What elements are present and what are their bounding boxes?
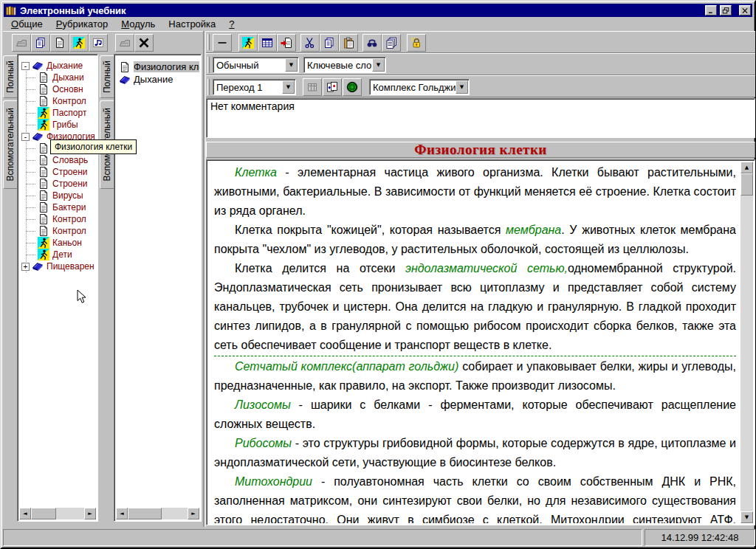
tree-item-label: Грибы xyxy=(52,120,78,130)
article-title: Физиология клетки xyxy=(414,142,547,158)
radar-button[interactable] xyxy=(343,78,362,96)
delete-button[interactable] xyxy=(134,34,154,52)
tree-item[interactable]: Словарь xyxy=(19,154,96,166)
tree-item-label: Контрол xyxy=(52,226,86,236)
tree-item[interactable]: Вирусы xyxy=(19,190,96,201)
status-bar: 14.12.99 12:42:48 xyxy=(3,528,756,548)
tree-item[interactable]: Дыхани xyxy=(19,72,96,83)
module-panel: Полный Вспомогательный Физиология клетк … xyxy=(100,54,202,526)
run-module-button[interactable] xyxy=(238,34,258,52)
tab-polnyi-2[interactable]: Полный xyxy=(100,55,114,98)
paragraph: Клетка покрыта "кожицей", которая называ… xyxy=(214,221,736,259)
tab-polnyi[interactable]: Полный xyxy=(3,55,17,98)
save-button[interactable] xyxy=(115,34,134,52)
tree-item[interactable]: Основн xyxy=(19,83,96,95)
cards-button[interactable] xyxy=(323,78,342,96)
book-icon xyxy=(32,60,44,72)
chevron-down-icon[interactable]: ▼ xyxy=(456,80,468,94)
dash-button[interactable] xyxy=(213,34,232,52)
tree-item[interactable]: Дети xyxy=(19,249,96,260)
tree-item[interactable]: Паспорт xyxy=(19,107,96,119)
tree-item[interactable]: Каньон xyxy=(19,237,96,249)
tree-item[interactable]: Бактери xyxy=(19,201,96,213)
horizontal-scrollbar[interactable]: ◄ ► xyxy=(116,508,199,519)
tree-item[interactable]: Строени xyxy=(19,166,96,178)
media-button[interactable] xyxy=(89,34,108,52)
grid-button[interactable] xyxy=(303,78,322,96)
scroll-left-icon[interactable]: ◄ xyxy=(19,508,31,519)
list-item[interactable]: Физиология клетк xyxy=(116,61,199,73)
scrollbar-thumb[interactable] xyxy=(740,173,753,196)
run-module-button[interactable] xyxy=(69,34,89,52)
chevron-down-icon[interactable]: ▼ xyxy=(372,58,385,72)
menu-modul[interactable]: Модуль xyxy=(114,18,162,31)
comment-box[interactable]: Нет комментария xyxy=(206,98,755,138)
document-icon xyxy=(38,166,49,178)
tree-item[interactable]: Контрол xyxy=(19,225,96,237)
rubricator-tabs: Полный Вспомогательный xyxy=(3,55,17,189)
scroll-up-icon[interactable]: ▲ xyxy=(740,162,753,173)
copy-rubric-button[interactable] xyxy=(31,34,50,52)
document-icon xyxy=(38,95,49,107)
article-text-area[interactable]: Клетка - элементарная частица живого орг… xyxy=(206,159,755,525)
minimize-button[interactable] xyxy=(705,5,717,15)
restore-button[interactable] xyxy=(720,5,732,15)
open-button[interactable] xyxy=(12,34,31,52)
transition-combo[interactable]: Переход 1 ▼ xyxy=(213,79,296,95)
collapse-icon[interactable]: - xyxy=(21,62,30,70)
export-page-button[interactable] xyxy=(277,34,296,52)
cut-button[interactable] xyxy=(300,34,320,52)
scroll-down-icon[interactable]: ▼ xyxy=(740,511,753,523)
lock-button[interactable] xyxy=(407,34,426,52)
paragraph: Митохондрии - полуавтономная часть клетк… xyxy=(214,472,736,523)
document-icon xyxy=(38,83,49,95)
tree-item[interactable]: Контрол xyxy=(19,213,96,225)
search-button[interactable] xyxy=(362,34,382,52)
new-document-button[interactable] xyxy=(50,34,69,52)
chevron-down-icon[interactable]: ▼ xyxy=(282,80,295,94)
tree-item-label: Словарь xyxy=(52,155,88,165)
book-icon xyxy=(119,74,131,86)
document-icon xyxy=(38,225,49,237)
tree-item[interactable]: Грибы xyxy=(19,119,96,131)
scroll-left-icon[interactable]: ◄ xyxy=(116,508,128,519)
title-bar[interactable]: Электронный учебник xyxy=(4,4,752,17)
menu-obshchie[interactable]: Общие xyxy=(4,18,49,31)
copy-icon xyxy=(323,37,335,49)
toolbar-grip[interactable] xyxy=(207,79,210,95)
collapse-icon[interactable]: - xyxy=(21,133,30,141)
menu-rubrikator[interactable]: Рубрикатор xyxy=(49,18,114,31)
vertical-scrollbar[interactable]: ▲ ▼ xyxy=(740,162,753,523)
tree-item[interactable]: +Пищеварен xyxy=(19,260,96,272)
tree-item[interactable]: Контрол xyxy=(19,95,96,107)
copy-button[interactable] xyxy=(320,34,339,52)
section-divider xyxy=(214,356,736,356)
scrollbar-thumb[interactable] xyxy=(128,508,162,519)
scrollbar-thumb[interactable] xyxy=(31,508,56,519)
style-combo[interactable]: Обычный ▼ xyxy=(213,57,299,73)
close-button[interactable] xyxy=(739,5,751,15)
tree-item[interactable]: Строени xyxy=(19,178,96,190)
menu-help[interactable]: ? xyxy=(222,18,241,31)
menu-nastroyka[interactable]: Настройка xyxy=(162,18,222,31)
keyword-combo[interactable]: Комплекс Гольджи ▼ xyxy=(369,79,470,95)
list-item[interactable]: Дыхание xyxy=(116,73,199,86)
close-icon xyxy=(740,7,749,15)
table-button[interactable] xyxy=(258,34,277,52)
paste-button[interactable] xyxy=(339,34,358,52)
horizontal-scrollbar[interactable]: ◄ ► xyxy=(19,508,96,519)
tree-item[interactable]: -Дыхание xyxy=(19,60,96,72)
tab-vspomogatelnyi[interactable]: Вспомогательный xyxy=(3,100,17,189)
document-icon xyxy=(38,201,49,213)
toolbar-grip[interactable] xyxy=(207,34,210,50)
scroll-right-icon[interactable]: ► xyxy=(84,508,96,519)
app-books-icon xyxy=(5,5,17,16)
chevron-down-icon[interactable]: ▼ xyxy=(285,58,298,72)
copy-all-button[interactable] xyxy=(382,34,401,52)
scroll-right-icon[interactable]: ► xyxy=(188,508,199,519)
toolbar-grip[interactable] xyxy=(207,57,210,73)
gray-folder-icon xyxy=(119,37,131,49)
expand-icon[interactable]: + xyxy=(21,263,30,271)
search-mode-combo[interactable]: Ключевые слов ▼ xyxy=(303,57,386,73)
document-icon xyxy=(54,37,66,49)
